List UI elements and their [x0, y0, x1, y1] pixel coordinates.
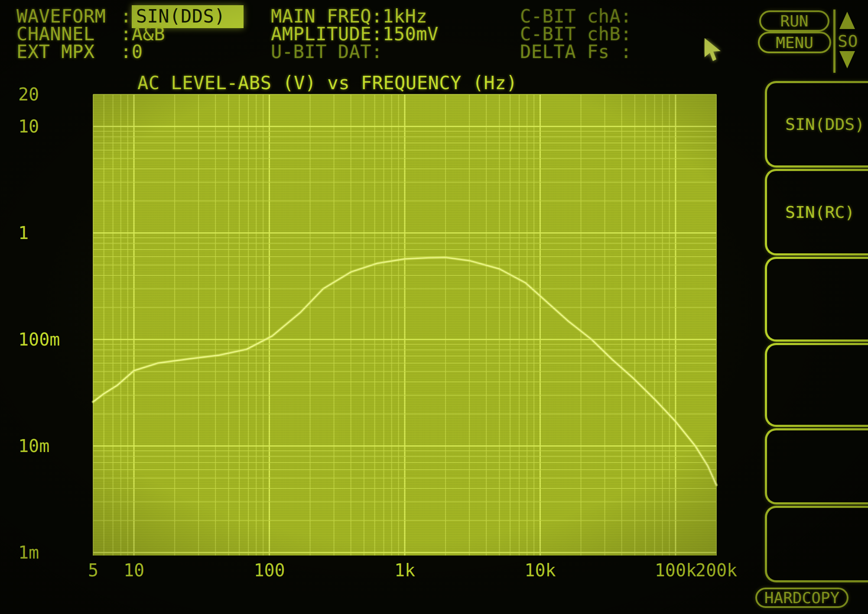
- svg-text:100k: 100k: [655, 560, 696, 580]
- softkey-6[interactable]: [765, 506, 868, 582]
- softkey-5[interactable]: [765, 428, 868, 504]
- softkey-3[interactable]: [765, 257, 868, 342]
- svg-text:10k: 10k: [524, 560, 556, 580]
- svg-text:1: 1: [18, 223, 29, 243]
- mouse-cursor-icon: [704, 38, 723, 64]
- svg-text:1m: 1m: [18, 543, 39, 562]
- softkey-label: SIN(DDS): [785, 115, 865, 134]
- softkey-sin-dds[interactable]: SIN(DDS): [765, 81, 868, 168]
- softkey-label: SIN(RC): [785, 203, 855, 222]
- svg-text:10: 10: [18, 116, 39, 136]
- frequency-response-chart: 20101100m10m1m5101001k10k100k200k: [0, 0, 868, 614]
- svg-text:200k: 200k: [696, 560, 737, 580]
- svg-text:1k: 1k: [394, 560, 415, 580]
- svg-text:5: 5: [88, 560, 98, 580]
- svg-text:10: 10: [124, 560, 144, 580]
- x-axis-tick-labels: 5101001k10k100k200k: [88, 560, 737, 580]
- svg-text:20: 20: [18, 84, 39, 104]
- analyzer-screen: WAVEFORM:SIN(DDS) CHANNEL:A&B EXT MPX:0 …: [0, 0, 868, 614]
- svg-text:100m: 100m: [18, 330, 60, 349]
- y-axis-tick-labels: 20101100m10m1m: [18, 84, 60, 562]
- svg-text:10m: 10m: [18, 436, 49, 456]
- softkey-sin-rc[interactable]: SIN(RC): [765, 169, 868, 255]
- svg-text:100: 100: [254, 560, 285, 580]
- softkey-4[interactable]: [765, 343, 868, 427]
- hardcopy-button[interactable]: HARDCOPY: [755, 588, 848, 608]
